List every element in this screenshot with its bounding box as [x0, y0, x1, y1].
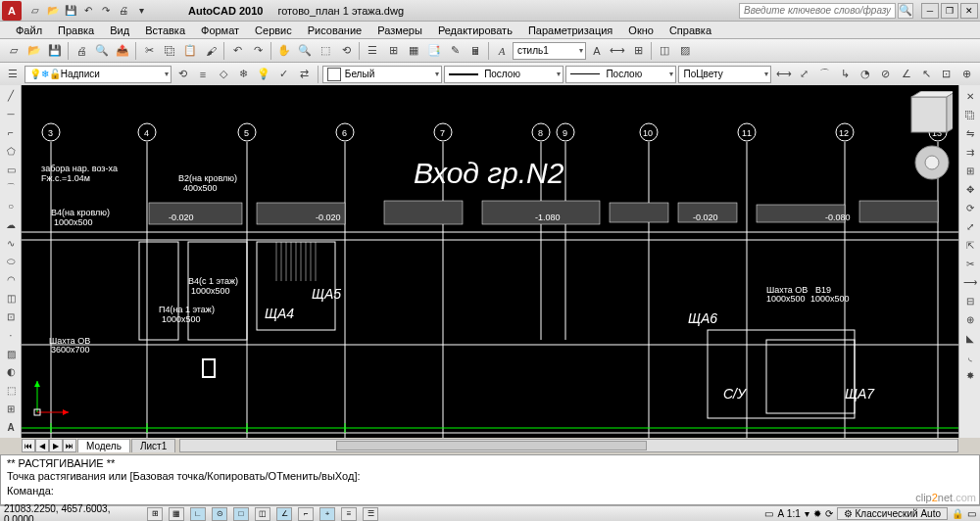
- text-style-combo[interactable]: стиль1: [513, 42, 586, 60]
- layer-prev-icon[interactable]: ⟲: [173, 65, 192, 84]
- region-icon[interactable]: ⬚: [2, 382, 20, 400]
- ducs-toggle[interactable]: ⌐: [298, 507, 314, 521]
- color-combo[interactable]: Белый: [322, 66, 442, 83]
- ortho-toggle[interactable]: ∟: [190, 507, 206, 521]
- drawing-canvas[interactable]: 3 4 5 6 7 8 9 10 11 12 13: [22, 85, 958, 438]
- mirror-icon[interactable]: ⇋: [961, 124, 979, 142]
- rectangle-icon[interactable]: ▭: [2, 161, 20, 178]
- menu-dimension[interactable]: Размеры: [369, 23, 430, 38]
- qp-toggle[interactable]: ☰: [363, 507, 378, 521]
- save-icon[interactable]: 💾: [63, 3, 78, 19]
- app-menu-button[interactable]: A: [2, 1, 22, 21]
- copy-icon[interactable]: ⿻: [160, 41, 179, 61]
- print-icon[interactable]: 🖨: [116, 3, 131, 19]
- block-icon[interactable]: ◫: [655, 41, 674, 61]
- print-icon[interactable]: 🖨: [72, 41, 91, 61]
- stretch-icon[interactable]: ⇱: [961, 236, 979, 254]
- make-block-icon[interactable]: ⊡: [2, 308, 20, 326]
- help-search-input[interactable]: [739, 3, 896, 19]
- dim-radius-icon[interactable]: ◔: [857, 65, 875, 84]
- erase-icon[interactable]: ✕: [961, 87, 979, 105]
- break-icon[interactable]: ⊟: [961, 292, 979, 309]
- publish-icon[interactable]: 📤: [113, 41, 132, 61]
- dim-leader-icon[interactable]: ↖: [917, 65, 936, 84]
- match-icon[interactable]: 🖌: [201, 41, 220, 61]
- table-icon[interactable]: ⊞: [628, 41, 648, 61]
- annotation-scale[interactable]: А 1:1: [777, 508, 800, 519]
- circle-icon[interactable]: ○: [2, 198, 20, 215]
- menu-view[interactable]: Вид: [102, 23, 137, 38]
- line-icon[interactable]: ╱: [2, 87, 20, 105]
- menu-modify[interactable]: Редактировать: [430, 23, 520, 38]
- hatch-icon[interactable]: ▨: [2, 345, 20, 362]
- move-icon[interactable]: ✥: [961, 180, 979, 198]
- cut-icon[interactable]: ✂: [139, 41, 159, 61]
- viewcube[interactable]: [906, 91, 953, 138]
- layer-iso-icon[interactable]: ◇: [214, 65, 232, 84]
- menu-parametric[interactable]: Параметризация: [520, 23, 620, 38]
- menu-edit[interactable]: Правка: [50, 23, 102, 38]
- menu-file[interactable]: Файл: [8, 23, 50, 38]
- layer-manager-icon[interactable]: ☰: [4, 65, 23, 84]
- xline-icon[interactable]: ─: [2, 106, 20, 123]
- menu-insert[interactable]: Вставка: [137, 23, 193, 38]
- join-icon[interactable]: ⊕: [961, 310, 979, 328]
- mtext-icon[interactable]: A: [2, 418, 20, 436]
- minimize-button[interactable]: ─: [921, 3, 939, 19]
- arc-icon[interactable]: ⌒: [2, 179, 20, 197]
- open-icon[interactable]: 📂: [45, 3, 61, 19]
- properties-icon[interactable]: ☰: [363, 41, 382, 61]
- dim-angular-icon[interactable]: ∠: [897, 65, 915, 84]
- lock-ui-icon[interactable]: 🔒: [952, 508, 963, 519]
- fillet-icon[interactable]: ◟: [961, 348, 979, 365]
- dim-center-icon[interactable]: ⊕: [957, 65, 976, 84]
- array-icon[interactable]: ⊞: [961, 162, 979, 179]
- layer-combo[interactable]: 💡❄🔓 Надписи: [24, 66, 172, 83]
- cmd-prompt[interactable]: Команда:: [7, 485, 973, 497]
- model-paper-toggle[interactable]: ▭: [764, 508, 773, 519]
- zoom-icon[interactable]: 🔍: [295, 41, 315, 61]
- menu-format[interactable]: Формат: [193, 23, 247, 38]
- tab-first-icon[interactable]: ⏮: [22, 439, 35, 452]
- point-icon[interactable]: ·: [2, 326, 20, 344]
- menu-help[interactable]: Справка: [662, 23, 719, 38]
- insert-icon[interactable]: ◫: [2, 290, 20, 308]
- spline-icon[interactable]: ∿: [2, 234, 20, 252]
- sheetset-icon[interactable]: 📑: [424, 41, 444, 61]
- tab-next-icon[interactable]: ▶: [49, 439, 63, 452]
- pline-icon[interactable]: ⌐: [2, 124, 20, 142]
- lwt-toggle[interactable]: ≡: [341, 507, 357, 521]
- mtext-icon[interactable]: A: [587, 41, 607, 61]
- osnap-toggle[interactable]: □: [233, 507, 249, 521]
- pan-icon[interactable]: ✋: [274, 41, 294, 61]
- menu-window[interactable]: Окно: [620, 23, 662, 38]
- ellipse-arc-icon[interactable]: ◠: [2, 271, 20, 289]
- open-icon[interactable]: 📂: [24, 41, 44, 61]
- chamfer-icon[interactable]: ◣: [961, 329, 979, 347]
- anno-auto-icon[interactable]: ⟳: [825, 508, 833, 519]
- revcloud-icon[interactable]: ☁: [2, 216, 20, 234]
- markup-icon[interactable]: ✎: [445, 41, 465, 61]
- text-style-icon[interactable]: A: [492, 41, 512, 61]
- paste-icon[interactable]: 📋: [180, 41, 200, 61]
- polar-toggle[interactable]: ⊙: [212, 507, 227, 521]
- dim-aligned-icon[interactable]: ⤢: [796, 65, 814, 84]
- offset-icon[interactable]: ⇉: [961, 143, 979, 161]
- menu-draw[interactable]: Рисование: [300, 23, 369, 38]
- ellipse-icon[interactable]: ⬭: [2, 253, 20, 270]
- zoom-prev-icon[interactable]: ⟲: [336, 41, 356, 61]
- tab-model[interactable]: Модель: [77, 439, 130, 452]
- layer-off-icon[interactable]: 💡: [255, 65, 273, 84]
- dim-diameter-icon[interactable]: ⊘: [876, 65, 895, 84]
- steering-wheel[interactable]: [913, 144, 951, 181]
- snap-toggle[interactable]: ⊞: [147, 507, 163, 521]
- otrack-toggle[interactable]: ∠: [276, 507, 292, 521]
- tab-sheet1[interactable]: Лист1: [131, 439, 175, 452]
- redo-icon[interactable]: ↷: [98, 3, 114, 19]
- undo-icon[interactable]: ↶: [80, 3, 96, 19]
- layer-make-icon[interactable]: ✓: [274, 65, 293, 84]
- trim-icon[interactable]: ✂: [961, 255, 979, 272]
- layer-state-icon[interactable]: ≡: [194, 65, 213, 84]
- scale-icon[interactable]: ⤢: [961, 217, 979, 235]
- anno-vis-icon[interactable]: ✹: [813, 508, 821, 519]
